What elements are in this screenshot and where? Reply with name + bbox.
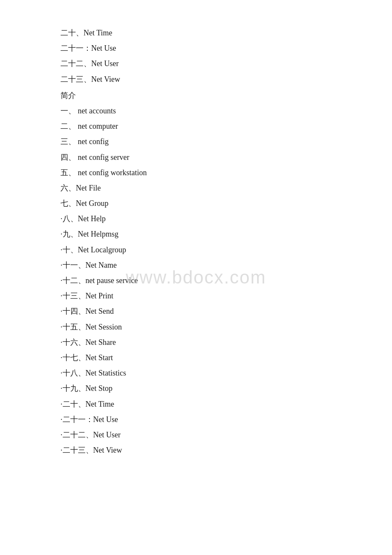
intro-item-7: 七、Net Group <box>61 196 331 211</box>
top-item-2: 二十一：Net Use <box>61 41 331 55</box>
dot-item-6: ·十三、Net Print <box>61 289 331 303</box>
dot-item-12: ·十九、Net Stop <box>61 381 331 396</box>
dot-item-8: ·十五、Net Session <box>61 320 331 334</box>
dot-item-1: ·八、Net Help <box>61 211 331 226</box>
dot-item-7: ·十四、Net Send <box>61 304 331 318</box>
intro-item-1: 一、 net accounts <box>61 104 331 118</box>
intro-item-4: 四、 net config server <box>61 150 331 165</box>
dot-item-14: ·二十一：Net Use <box>61 412 331 427</box>
dot-item-11: ·十八、Net Statistics <box>61 366 331 380</box>
intro-item-5: 五、 net config workstation <box>61 165 331 180</box>
dot-item-5: ·十二、net pause service <box>61 273 331 288</box>
dot-item-10: ·十七、Net Start <box>61 350 331 365</box>
intro-item-6: 六、Net File <box>61 181 331 195</box>
intro-heading: 简介 <box>61 88 331 103</box>
dot-items-list: ·八、Net Help ·九、Net Helpmsg ·十、Net Localg… <box>61 211 331 457</box>
intro-item-3: 三、 net config <box>61 134 331 149</box>
dot-item-15: ·二十二、Net User <box>61 428 331 442</box>
dot-item-3: ·十、Net Localgroup <box>61 243 331 257</box>
dot-item-4: ·十一、Net Name <box>61 258 331 272</box>
top-items-list: 二十、Net Time 二十一：Net Use 二十二、Net User 二十三… <box>61 26 331 87</box>
intro-item-2: 二、 net computer <box>61 119 331 133</box>
top-item-3: 二十二、Net User <box>61 56 331 71</box>
dot-item-9: ·十六、Net Share <box>61 335 331 350</box>
intro-items-list: 一、 net accounts 二、 net computer 三、 net c… <box>61 104 331 211</box>
top-item-4: 二十三、Net View <box>61 72 331 87</box>
dot-item-13: ·二十、Net Time <box>61 397 331 411</box>
top-item-1: 二十、Net Time <box>61 26 331 40</box>
dot-item-2: ·九、Net Helpmsg <box>61 227 331 241</box>
dot-item-16: ·二十三、Net View <box>61 443 331 457</box>
page-content: 二十、Net Time 二十一：Net Use 二十二、Net User 二十三… <box>0 0 392 484</box>
